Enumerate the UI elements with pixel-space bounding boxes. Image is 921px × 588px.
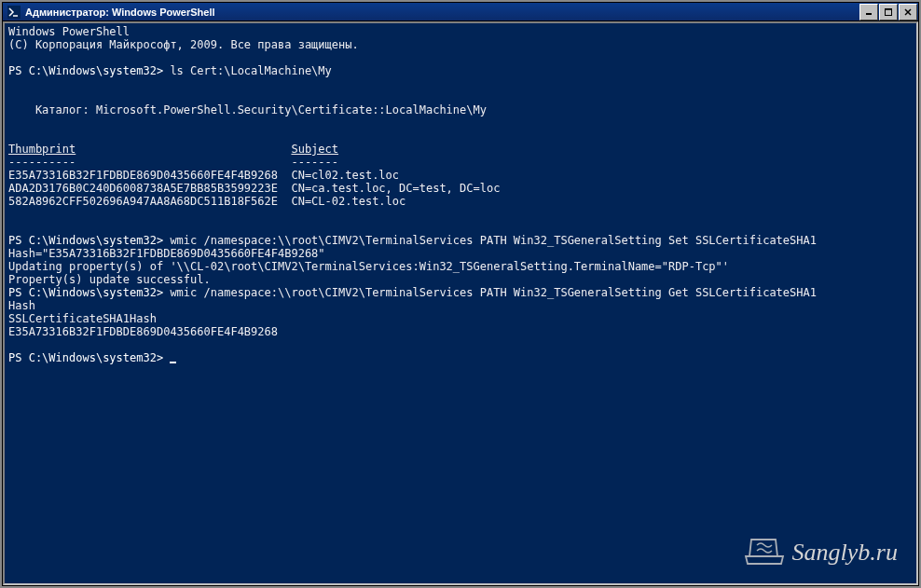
command-wmic-set: wmic /namespace:\\root\CIMV2\TerminalSer… — [163, 234, 817, 247]
laptop-icon — [744, 536, 785, 569]
window-title: Администратор: Windows PowerShell — [25, 7, 859, 18]
output-hash: E35A73316B32F1FDBDE869D0435660FE4F4B9268 — [8, 325, 278, 338]
watermark: Sanglyb.ru — [744, 536, 898, 569]
cert-subject: CN=ca.test.loc, DC=test, DC=loc — [291, 182, 500, 195]
command-wmic-set-cont: Hash="E35A73316B32F1FDBDE869D0435660FE4F… — [8, 247, 325, 260]
minimize-button[interactable] — [859, 4, 878, 21]
cert-thumbprint: 582A8962CFF502696A947AA8A68DC511B18F562E — [8, 195, 278, 208]
prompt: PS C:\Windows\system32> — [8, 64, 163, 77]
output-header: SSLCertificateSHA1Hash — [8, 312, 157, 325]
titlebar[interactable]: Администратор: Windows PowerShell — [3, 3, 918, 21]
powershell-window: Администратор: Windows PowerShell Window… — [2, 2, 919, 586]
output-updating: Updating property(s) of '\\CL-02\root\CI… — [8, 260, 729, 273]
command-wmic-get-cont: Hash — [8, 299, 35, 312]
cert-thumbprint: E35A73316B32F1FDBDE869D0435660FE4F4B9268 — [8, 169, 278, 182]
output-success: Property(s) update successful. — [8, 273, 211, 286]
command-ls: ls Cert:\LocalMachine\My — [163, 64, 332, 77]
cert-subject: CN=CL-02.test.loc — [291, 195, 406, 208]
watermark-text: Sanglyb.ru — [792, 546, 898, 559]
col-sep: ---------- — [8, 156, 76, 169]
catalog-line: Каталог: Microsoft.PowerShell.Security\C… — [8, 103, 487, 116]
command-wmic-get: wmic /namespace:\\root\CIMV2\TerminalSer… — [163, 286, 817, 299]
cert-thumbprint: ADA2D3176B0C240D6008738A5E7BB85B3599223E — [8, 182, 278, 195]
column-subject: Subject — [291, 143, 338, 156]
terminal-area[interactable]: Windows PowerShell (C) Корпорация Майкро… — [3, 21, 918, 585]
ps-copyright: (C) Корпорация Майкрософт, 2009. Все пра… — [8, 38, 359, 51]
close-button[interactable] — [899, 4, 917, 21]
column-thumbprint: Thumbprint — [8, 143, 76, 156]
cert-subject: CN=cl02.test.loc — [291, 169, 399, 182]
maximize-button[interactable] — [879, 4, 898, 21]
window-buttons — [859, 3, 918, 21]
prompt: PS C:\Windows\system32> — [8, 234, 163, 247]
cursor — [170, 362, 176, 363]
ps-header: Windows PowerShell — [8, 25, 130, 38]
col-sep: ------- — [291, 156, 338, 169]
powershell-icon — [7, 5, 21, 20]
prompt: PS C:\Windows\system32> — [8, 286, 163, 299]
prompt: PS C:\Windows\system32> — [8, 351, 170, 364]
